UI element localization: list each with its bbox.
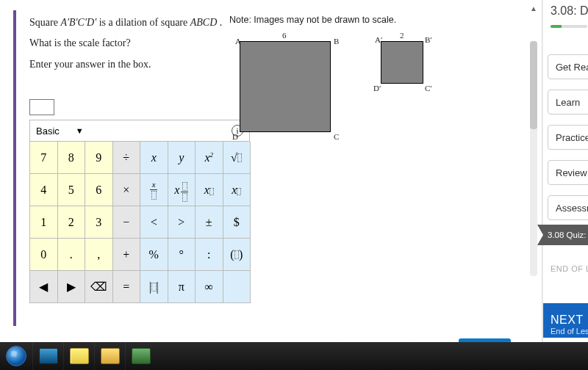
key-sqrt[interactable]: √ — [223, 142, 251, 174]
key-right[interactable]: ▶ — [58, 271, 86, 303]
key-5[interactable]: 5 — [58, 174, 86, 206]
keypad-header: Basic ▼ i — [29, 120, 250, 142]
mode-select[interactable]: Basic ▼ — [36, 126, 84, 137]
label-cp: C′ — [425, 84, 432, 92]
label-ap: A′ — [375, 35, 382, 44]
next-sublabel: End of Less — [551, 327, 588, 335]
taskbar-item-notes[interactable] — [63, 342, 94, 370]
label-side-2: 2 — [400, 31, 404, 40]
taskbar-item-desktop[interactable] — [32, 342, 63, 370]
key-6[interactable]: 6 — [85, 174, 113, 206]
scrollbar[interactable] — [530, 41, 537, 276]
label-b: B — [334, 37, 339, 46]
key-abs[interactable]: | | — [140, 271, 168, 303]
label-dp: D′ — [373, 84, 381, 92]
label-d: D — [232, 132, 238, 141]
label-a: A — [235, 37, 241, 46]
key-dot[interactable]: . — [58, 239, 86, 271]
key-left[interactable]: ◀ — [30, 271, 58, 303]
key-backspace[interactable]: ⌫ — [85, 271, 113, 303]
key-0[interactable]: 0 — [30, 239, 58, 271]
key-y[interactable]: y — [168, 142, 196, 174]
key-7[interactable]: 7 — [30, 142, 58, 174]
scale-note: Note: Images may not be drawn to scale. — [229, 15, 396, 25]
key-mixed[interactable]: x — [168, 174, 196, 206]
text: Square — [29, 17, 60, 28]
scrollbar-thumb[interactable] — [530, 41, 537, 129]
text: is a dilation of square — [96, 17, 190, 28]
key-paren[interactable]: ( ) — [223, 239, 251, 271]
nav-learn[interactable]: Learn — [548, 90, 588, 115]
label-c: C — [334, 132, 339, 141]
end-of-lesson-label: END OF LES — [551, 264, 588, 273]
key-dollar[interactable]: $ — [223, 206, 251, 239]
mode-label: Basic — [36, 126, 60, 137]
key-plus[interactable]: + — [113, 239, 141, 271]
taskbar-item-explorer[interactable] — [94, 342, 125, 370]
next-label: NEXT — [551, 313, 588, 327]
sticky-note-icon — [70, 348, 89, 364]
key-1[interactable]: 1 — [30, 206, 58, 239]
key-x-squared[interactable]: x2 — [196, 142, 223, 174]
key-minus[interactable]: − — [113, 206, 141, 239]
key-x[interactable]: x — [140, 142, 168, 174]
picture-icon — [132, 348, 151, 364]
key-2[interactable]: 2 — [58, 206, 86, 239]
key-inf[interactable]: ∞ — [196, 271, 223, 303]
folder-icon — [101, 348, 120, 364]
key-comma[interactable]: , — [85, 239, 113, 271]
taskbar[interactable] — [0, 342, 588, 370]
nav-get-ready[interactable]: Get Read — [548, 54, 588, 79]
taskbar-item-pictures[interactable] — [125, 342, 156, 370]
key-gt[interactable]: > — [168, 206, 196, 239]
key-divide[interactable]: ÷ — [113, 142, 141, 174]
label-bp: B′ — [425, 35, 432, 44]
key-lt[interactable]: < — [140, 206, 168, 239]
key-colon[interactable]: : — [196, 239, 223, 271]
prime-square: A′B′C′D′ — [60, 17, 96, 28]
key-equals[interactable]: = — [113, 271, 141, 303]
next-lesson-button[interactable]: NEXT End of Less — [543, 303, 588, 338]
key-multiply[interactable]: × — [113, 174, 141, 206]
key-8[interactable]: 8 — [58, 142, 86, 174]
answer-input[interactable] — [29, 99, 54, 115]
key-9[interactable]: 9 — [85, 142, 113, 174]
key-4[interactable]: 4 — [30, 174, 58, 206]
key-degree[interactable]: ° — [168, 239, 196, 271]
nav-quiz-active[interactable]: 3.08 Quiz: — [537, 225, 588, 245]
key-pm[interactable]: ± — [196, 206, 223, 239]
key-subscript[interactable]: x — [223, 174, 251, 206]
nav-assessment[interactable]: Assessme — [548, 195, 588, 220]
text: . — [217, 17, 222, 28]
chevron-down-icon: ▼ — [76, 126, 84, 135]
key-pi[interactable]: π — [168, 271, 196, 303]
nav-practice[interactable]: Practice — [548, 125, 588, 150]
math-keypad: 7 8 9 ÷ x y x2 √ 4 5 6 × x x x x 1 2 — [29, 142, 251, 303]
key-3[interactable]: 3 — [85, 206, 113, 239]
lesson-title: 3.08: Dil — [551, 4, 588, 18]
key-power[interactable]: x — [196, 174, 223, 206]
lesson-nav: 3.08: Dil Get Read Learn Practice Review… — [542, 0, 588, 370]
desktop-icon — [39, 348, 58, 364]
key-fraction[interactable]: x — [140, 174, 168, 206]
start-button[interactable] — [0, 342, 32, 370]
key-blank — [223, 271, 251, 303]
square-abcd — [240, 41, 331, 132]
square-aprime — [381, 41, 423, 84]
orig-square: ABCD — [190, 17, 218, 28]
progress-bar — [551, 25, 587, 28]
label-side-6: 6 — [282, 31, 287, 40]
nav-review[interactable]: Review — [548, 160, 588, 185]
accent-bar — [13, 10, 16, 326]
key-percent[interactable]: % — [140, 239, 168, 271]
scroll-up-caret[interactable]: ▲ — [530, 4, 537, 12]
main-content: ▲ Square A′B′C′D′ is a dilation of squar… — [0, 0, 542, 370]
